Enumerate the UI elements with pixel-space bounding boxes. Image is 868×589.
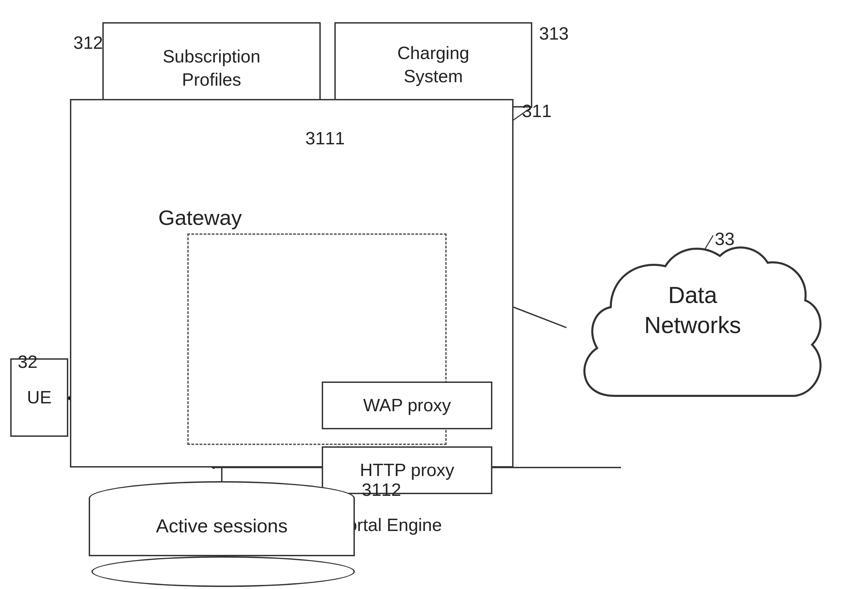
http-proxy-label: HTTP proxy xyxy=(360,459,454,482)
charging-system-label: ChargingSystem xyxy=(397,41,469,88)
wap-proxy-box: WAP proxy xyxy=(322,381,492,429)
active-sessions-label: Active sessions xyxy=(89,481,355,570)
ref-312-label: 312 xyxy=(73,32,103,53)
ref-3112-label: 3112 xyxy=(362,480,401,500)
subscription-profiles-label: SubscriptionProfiles xyxy=(163,45,260,91)
ref-313-label: 313 xyxy=(539,23,569,44)
diagram-container: SubscriptionProfiles ChargingSystem Gate… xyxy=(0,0,868,589)
active-sessions-cylinder: Active sessions xyxy=(89,481,355,570)
gateway-label: Gateway xyxy=(158,205,242,230)
gateway-box: Gateway WAP proxy HTTP proxy Portal Engi… xyxy=(70,99,514,468)
inner-dashed-box: WAP proxy HTTP proxy Portal Engine xyxy=(187,233,447,445)
charging-system-box: ChargingSystem xyxy=(334,22,532,108)
svg-line-6 xyxy=(514,307,566,328)
ref-311-label: 311 xyxy=(522,101,552,121)
data-networks-label: DataNetworks xyxy=(563,280,822,340)
ue-label: UE xyxy=(27,386,52,409)
ref-32-label: 32 xyxy=(18,351,37,372)
ref-33-label: 33 xyxy=(715,229,735,249)
ref-3111-label: 3111 xyxy=(306,128,345,148)
wap-proxy-label: WAP proxy xyxy=(363,394,451,417)
